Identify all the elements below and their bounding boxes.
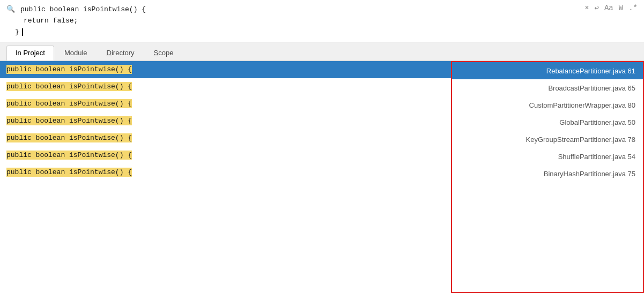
tab-scope-underline: S: [154, 49, 159, 57]
tab-scope[interactable]: Scope: [145, 46, 183, 61]
highlight-text-3: public boolean isPointwise() {: [6, 99, 132, 108]
tab-in-project-label: In Project: [16, 49, 45, 57]
result-row-2[interactable]: public boolean isPointwise() {: [0, 78, 451, 95]
close-icon[interactable]: ×: [584, 4, 589, 12]
code-text-3: }: [15, 27, 19, 38]
result-highlight-3: public boolean isPointwise() {: [6, 100, 132, 108]
tab-in-project[interactable]: In Project: [6, 46, 54, 61]
result-highlight-7: public boolean isPointwise() {: [6, 168, 132, 176]
match-case-icon[interactable]: Aa: [604, 4, 613, 12]
code-text-1: public boolean isPointwise() {: [20, 4, 146, 16]
code-area: × ↩ Aa W .* 🔍 public boolean isPointwise…: [0, 0, 644, 42]
result-row-1[interactable]: public boolean isPointwise() {: [0, 61, 451, 78]
tab-directory-underline: D: [107, 49, 112, 57]
tab-directory[interactable]: Directory: [98, 46, 144, 61]
search-icon-inline: 🔍: [6, 4, 15, 16]
right-file-5: KeyGroupStreamPartitioner.java 78: [526, 136, 636, 144]
result-highlight-6: public boolean isPointwise() {: [6, 151, 132, 159]
right-row-6[interactable]: ShufflePartitioner.java 54: [452, 148, 643, 165]
right-panel: RebalancePartitioner.java 61 BroadcastPa…: [451, 61, 644, 293]
code-toolbar: × ↩ Aa W .*: [584, 3, 638, 12]
tab-scope-label: Scope: [154, 49, 174, 57]
right-row-3[interactable]: CustomPartitionerWrapper.java 80: [452, 96, 643, 114]
right-row-4[interactable]: GlobalPartitioner.java 50: [452, 114, 643, 131]
result-highlight-1: public boolean isPointwise() {: [6, 65, 132, 73]
results-list[interactable]: public boolean isPointwise() { public bo…: [0, 61, 451, 293]
highlight-text-4: public boolean isPointwise() {: [6, 116, 132, 125]
result-row-5[interactable]: public boolean isPointwise() {: [0, 130, 451, 147]
right-row-1[interactable]: RebalancePartitioner.java 61: [452, 62, 643, 79]
code-line-2: return false;: [6, 16, 638, 27]
right-file-4: GlobalPartitioner.java 50: [559, 118, 635, 126]
highlight-text-2: public boolean isPointwise() {: [6, 82, 132, 91]
words-icon[interactable]: W: [619, 4, 623, 12]
result-highlight-5: public boolean isPointwise() {: [6, 134, 132, 142]
right-file-3: CustomPartitionerWrapper.java 80: [529, 101, 635, 109]
tab-directory-label: Directory: [107, 49, 135, 57]
highlight-text-6: public boolean isPointwise() {: [6, 151, 132, 160]
result-row-6[interactable]: public boolean isPointwise() {: [0, 147, 451, 164]
code-line-3: }: [6, 27, 638, 38]
tabs-area: In Project Module Directory Scope: [0, 42, 644, 61]
result-highlight-2: public boolean isPointwise() {: [6, 82, 132, 91]
right-file-1: RebalancePartitioner.java 61: [546, 67, 635, 75]
result-row-7[interactable]: public boolean isPointwise() {: [0, 164, 451, 181]
tab-module[interactable]: Module: [55, 46, 97, 61]
code-text-2: return false;: [24, 16, 78, 27]
text-cursor: [22, 28, 23, 36]
tab-module-label: Module: [64, 49, 87, 57]
result-row-3[interactable]: public boolean isPointwise() {: [0, 95, 451, 112]
result-row-4[interactable]: public boolean isPointwise() {: [0, 112, 451, 130]
highlight-text-1: public boolean isPointwise() {: [6, 65, 132, 74]
undo-icon[interactable]: ↩: [595, 3, 599, 12]
right-row-2[interactable]: BroadcastPartitioner.java 65: [452, 79, 643, 96]
highlight-text-5: public boolean isPointwise() {: [6, 133, 132, 142]
results-container: public boolean isPointwise() { public bo…: [0, 61, 644, 293]
highlight-text-7: public boolean isPointwise() {: [6, 168, 132, 177]
right-file-2: BroadcastPartitioner.java 65: [548, 84, 635, 92]
main-container: × ↩ Aa W .* 🔍 public boolean isPointwise…: [0, 0, 644, 293]
code-line-1: 🔍 public boolean isPointwise() {: [6, 4, 638, 16]
right-file-7: BinaryHashPartitioner.java 75: [544, 170, 635, 178]
regex-icon[interactable]: .*: [628, 4, 638, 12]
right-row-5[interactable]: KeyGroupStreamPartitioner.java 78: [452, 131, 643, 148]
right-row-7[interactable]: BinaryHashPartitioner.java 75: [452, 165, 643, 182]
result-highlight-4: public boolean isPointwise() {: [6, 117, 132, 125]
right-file-6: ShufflePartitioner.java 54: [558, 153, 635, 161]
